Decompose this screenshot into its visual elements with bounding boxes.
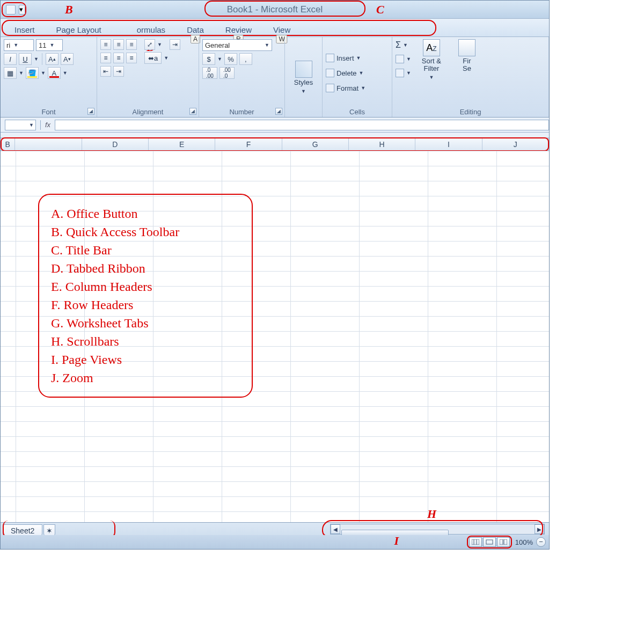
page-layout-view-button[interactable] [483,537,496,547]
legend-item: J. Zoom [51,369,240,387]
tab-review-label: Review [225,25,252,34]
fx-label[interactable]: fx [45,121,50,129]
legend-item: F. Row Headers [51,296,240,314]
tab-data-label: Data [187,25,204,34]
number-format-dropdown[interactable]: General▼ [202,39,272,51]
page-break-view-button[interactable] [497,537,510,547]
group-font: ri▼ 11▼ I U ▼ A▴ A▾ ▦▼ 🪣▼ A▼ Font [1,37,97,117]
underline-button[interactable]: U [19,53,32,65]
annotation-c-oval [204,1,365,17]
align-middle-button[interactable]: ≡ [113,39,124,50]
svg-rect-0 [472,539,479,545]
normal-view-button[interactable] [469,537,482,547]
format-cells-button[interactable]: Format ▼ [326,82,389,94]
legend-item: C. Title Bar [51,241,240,259]
tab-insert[interactable]: Insert [11,23,38,36]
worksheet-grid[interactable]: A. Office Button B. Quick Access Toolbar… [1,151,549,526]
tab-page-layout[interactable]: Page Layout [53,23,105,36]
font-color-button[interactable]: A [48,67,61,79]
format-icon [326,84,334,92]
delete-cells-button[interactable]: Delete ▼ [326,67,389,79]
decrease-decimal-button[interactable]: .00.0 [219,67,235,79]
group-editing: Σ▼ ▼ ▼ AZ Sort & Filter▼ FirSe Editing [392,37,549,117]
styles-button[interactable]: Styles ▼ [289,61,319,95]
svg-rect-3 [486,540,493,544]
align-left-button[interactable]: ≡ [100,53,111,63]
font-size-dropdown[interactable]: 11▼ [36,39,63,51]
align-bottom-button[interactable]: ≡ [126,39,137,50]
legend-item: I. Page Views [51,350,240,369]
excel-window: ▾ B Book1 - Microsoft Excel C Insert Pag… [0,0,550,550]
increase-decimal-button[interactable]: .0.00 [202,67,217,79]
tab-data[interactable]: Data A [184,23,207,36]
clear-button[interactable]: ▼ [396,67,411,79]
merge-center-button[interactable]: ⬌a [144,52,162,64]
tab-formulas[interactable]: ormulas [134,23,169,36]
font-dialog-launcher[interactable]: ◢ [87,108,94,115]
comma-button[interactable]: , [239,53,252,65]
alignment-dialog-launcher[interactable]: ◢ [189,108,196,115]
svg-rect-4 [500,539,503,545]
legend-item: G. Worksheet Tabs [51,314,240,332]
legend-box: A. Office Button B. Quick Access Toolbar… [38,194,253,398]
sort-filter-button[interactable]: AZ Sort & Filter▼ [416,39,447,81]
formula-input[interactable] [55,120,549,130]
col-header[interactable]: D [82,138,149,150]
align-center-button[interactable]: ≡ [113,53,124,63]
shrink-font-button[interactable]: A▾ [61,53,74,65]
group-number: General▼ $▼ % , .0.00 .00.0 Number ◢ [199,37,285,117]
fill-color-button[interactable]: 🪣 [26,67,39,79]
border-button[interactable]: ▦ [4,67,17,79]
group-cells-label: Cells [326,107,389,116]
col-header[interactable]: J [482,138,549,150]
clear-icon [396,69,404,77]
legend-item: D. Tabbed Ribbon [51,259,240,277]
tab-view-label: View [273,25,290,34]
group-styles: Styles ▼ [285,37,323,117]
zoom-out-button[interactable]: − [536,537,546,547]
group-cells: Insert ▼ Delete ▼ Format ▼ Cells [323,37,392,117]
wrap-text-button[interactable]: ⇥ [170,39,180,50]
annotation-h: H [427,507,436,521]
col-header[interactable] [15,138,82,150]
group-font-label: Font [4,107,93,116]
horizontal-scrollbar[interactable]: ◀ ▶ [330,524,545,535]
legend-item: E. Column Headers [51,277,240,296]
annotation-i-oval [467,536,512,548]
bottom-bar: Sheet2 ✶ ◀ ▶ H I 100% − [1,522,549,549]
delete-icon [326,69,334,77]
increase-indent-button[interactable]: ⇥ [113,66,124,77]
number-dialog-launcher[interactable]: ◢ [275,108,282,115]
tab-view[interactable]: View W [270,23,294,36]
find-select-button[interactable]: FirSe [452,39,482,72]
col-header[interactable]: H [349,138,415,150]
ribbon: ri▼ 11▼ I U ▼ A▴ A▾ ▦▼ 🪣▼ A▼ Font [1,37,549,118]
col-header[interactable]: F [215,138,282,150]
insert-cells-button[interactable]: Insert ▼ [326,52,389,64]
autosum-button[interactable]: Σ▼ [396,39,411,51]
ribbon-tabs: Insert Page Layout D ormulas Data A Revi… [1,19,549,37]
svg-rect-5 [504,539,507,545]
sort-filter-icon: AZ [423,39,440,56]
italic-button[interactable]: I [4,53,17,65]
grow-font-button[interactable]: A▴ [46,53,58,65]
col-header[interactable]: G [282,138,349,150]
tab-review[interactable]: Review R [222,23,255,36]
font-name-dropdown[interactable]: ri▼ [4,39,34,51]
fill-button[interactable]: ▼ [396,53,411,65]
legend-item: B. Quick Access Toolbar [51,223,240,241]
align-top-button[interactable]: ≡ [100,39,111,50]
zoom-level[interactable]: 100% [515,538,533,546]
decrease-indent-button[interactable]: ⇤ [100,66,111,77]
find-icon [458,39,475,56]
col-header[interactable]: I [415,138,482,150]
legend-item: H. Scrollbars [51,332,240,350]
name-box[interactable]: ▼ [5,120,36,130]
insert-icon [326,54,334,62]
orientation-button[interactable]: ⤢ [144,39,155,50]
col-header[interactable]: E [149,138,215,150]
percent-button[interactable]: % [224,53,237,65]
accounting-button[interactable]: $ [202,53,215,65]
col-header[interactable]: B [1,138,15,150]
align-right-button[interactable]: ≡ [126,53,137,63]
